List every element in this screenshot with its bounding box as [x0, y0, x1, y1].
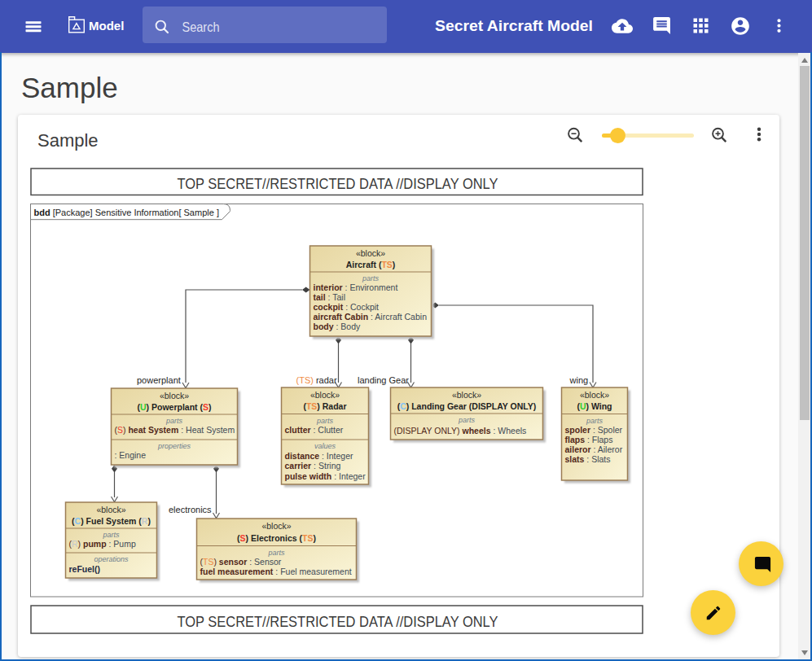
svg-text:electronics: electronics: [169, 505, 212, 514]
svg-text:parts: parts: [165, 417, 182, 425]
svg-text:parts: parts: [361, 274, 379, 282]
svg-text:powerplant: powerplant: [137, 375, 181, 385]
svg-text:cockpit : Cockpit: cockpit : Cockpit: [313, 302, 379, 312]
svg-text:(U) Powerplant (S): (U) Powerplant (S): [137, 402, 211, 412]
svg-text:TOP SECRET//RESTRICTED DATA //: TOP SECRET//RESTRICTED DATA //DISPLAY ON…: [177, 613, 498, 630]
svg-text:«block»: «block»: [579, 390, 608, 400]
svg-text:Sample: Sample: [37, 130, 99, 151]
svg-text:aileror : Aileror: aileror : Aileror: [564, 444, 622, 454]
svg-text:parts: parts: [267, 549, 285, 557]
svg-text:(TS) Radar: (TS) Radar: [303, 401, 346, 411]
svg-text:pulse width : Integer: pulse width : Integer: [284, 471, 366, 481]
svg-text:interior : Environment: interior : Environment: [313, 282, 397, 292]
svg-text:tail : Tail: tail : Tail: [313, 292, 345, 302]
svg-text:clutter : Clutter: clutter : Clutter: [284, 425, 343, 435]
svg-text:«block»: «block»: [309, 390, 339, 400]
svg-text:aircraft Cabin : Aircraft Cabi: aircraft Cabin : Aircraft Cabin: [313, 312, 427, 322]
svg-text:values: values: [314, 442, 336, 450]
svg-text:slats : Slats: slats : Slats: [564, 454, 610, 464]
svg-text:(TS) radar: (TS) radar: [296, 375, 336, 385]
svg-text:parts: parts: [457, 416, 475, 424]
svg-text:Search: Search: [182, 20, 220, 34]
svg-text:spoler : Spoler: spoler : Spoler: [564, 425, 622, 435]
svg-text:«block»: «block»: [159, 391, 188, 401]
svg-text:distance : Integer: distance : Integer: [284, 451, 353, 461]
svg-text:parts: parts: [102, 531, 120, 539]
svg-text:«block»: «block»: [451, 390, 481, 400]
svg-text:«block»: «block»: [96, 505, 125, 514]
svg-text:body : Body: body : Body: [313, 322, 361, 331]
svg-text:Aircraft (TS): Aircraft (TS): [345, 260, 395, 269]
svg-text:carrier : String: carrier : String: [284, 461, 340, 471]
svg-text:(C) Fuel System (R): (C) Fuel System (R): [72, 516, 151, 526]
svg-text:properties: properties: [156, 442, 191, 450]
svg-text:(R) pump : Pump: (R) pump : Pump: [68, 539, 135, 549]
svg-text:wing: wing: [568, 375, 588, 385]
svg-text:parts: parts: [585, 417, 603, 425]
svg-text:(DISPLAY ONLY) wheels : Wheel: (DISPLAY ONLY) wheels : Wheels: [393, 426, 526, 436]
svg-text:fuel measurement : Fuel meas: fuel measurement : Fuel measurement: [200, 567, 351, 576]
svg-text:bdd [Package] Sensitive Inform: bdd [Package] Sensitive Information[ Sam…: [33, 208, 218, 217]
svg-text:(C) Landing Gear (DISPLAY ONLY: (C) Landing Gear (DISPLAY ONLY): [397, 401, 536, 411]
svg-text:(S) heat System : Heat System: (S) heat System : Heat System: [114, 425, 235, 435]
svg-text:«block»: «block»: [355, 248, 384, 258]
svg-text:landing Gear: landing Gear: [358, 375, 409, 385]
svg-text:flaps : Flaps: flaps : Flaps: [564, 435, 612, 444]
svg-text:(TS) sensor : Sensor: (TS) sensor : Sensor: [200, 557, 281, 567]
svg-text:Secret Aircraft Model: Secret Aircraft Model: [435, 17, 593, 34]
svg-text:reFuel(): reFuel(): [68, 564, 100, 574]
svg-text:: Engine: : Engine: [114, 450, 146, 460]
svg-text:TOP SECRET//RESTRICTED DATA //: TOP SECRET//RESTRICTED DATA //DISPLAY ON…: [177, 175, 498, 192]
svg-text:«block»: «block»: [261, 521, 291, 531]
svg-text:operations: operations: [94, 555, 129, 563]
svg-text:parts: parts: [315, 417, 333, 425]
svg-text:(S) Electronics (TS): (S) Electronics (TS): [237, 533, 316, 543]
svg-text:(U) Wing: (U) Wing: [577, 401, 612, 411]
